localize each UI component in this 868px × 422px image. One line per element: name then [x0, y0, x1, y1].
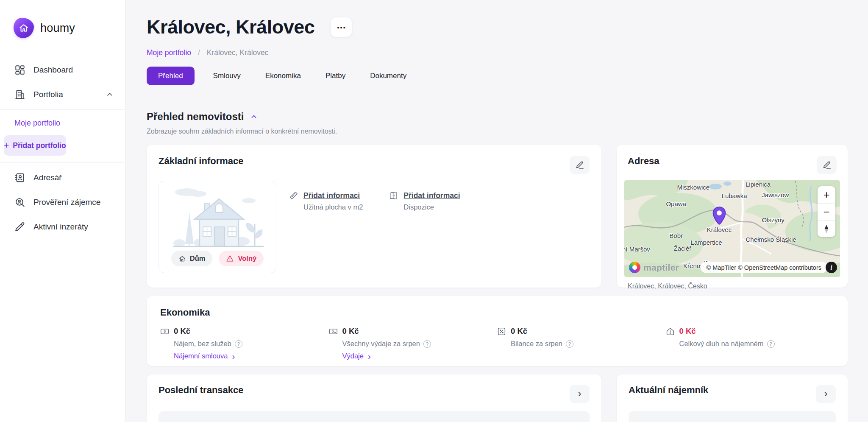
- sidebar-item-portfolia[interactable]: Portfolia: [0, 82, 125, 107]
- stat-value: 0 Kč: [174, 327, 329, 336]
- add-layout-link[interactable]: Přidat informaci: [403, 191, 460, 200]
- edit-pencil-icon: [822, 160, 832, 170]
- map-zoom-in-button[interactable]: +: [818, 186, 835, 203]
- economics-card: Ekonomika $ 0 Kč Nájem, bez služeb ? Náj…: [147, 296, 848, 366]
- breadcrumb: Moje portfolio / Královec, Královec: [147, 48, 848, 57]
- map-canvas[interactable]: Miszkowice Lipienica Jawiszów Lubawka Op…: [624, 180, 840, 277]
- app-name: houmy: [40, 22, 75, 35]
- svg-text:$: $: [331, 329, 334, 333]
- maptiler-logo[interactable]: maptiler: [629, 262, 679, 273]
- house-icon: [178, 255, 186, 263]
- sidebar-item-adresar[interactable]: Adresář: [0, 165, 125, 190]
- rent-contract-link[interactable]: Nájemní smlouva: [174, 352, 228, 360]
- sidebar-item-label: Portfolia: [33, 90, 63, 99]
- last-transactions-card: Poslední transakce ›: [147, 374, 601, 422]
- map-place-label: Lubawka: [722, 192, 747, 199]
- edit-address-button[interactable]: [817, 156, 837, 174]
- ellipsis-icon: ...: [337, 18, 346, 31]
- map-attribution[interactable]: © MapTiler © OpenStreetMap contributors: [701, 262, 827, 273]
- last-transactions-title: Poslední transakce: [159, 385, 244, 396]
- houmy-logo-icon: [14, 18, 34, 38]
- app-logo[interactable]: houmy: [0, 0, 125, 38]
- map-place-label: Bobr: [669, 232, 683, 239]
- property-photo-placeholder: Dům Volný: [159, 181, 276, 273]
- tab-platby[interactable]: Platby: [320, 67, 351, 85]
- dashboard-icon: [14, 64, 25, 75]
- breadcrumb-current: Královec, Královec: [207, 48, 269, 57]
- pencil-icon: [14, 221, 25, 232]
- stat-label: Bilance za srpen ?: [511, 340, 666, 348]
- map-place-label: Jawiszów: [762, 191, 789, 198]
- map-compass-button[interactable]: [818, 220, 835, 237]
- banknote-icon: $: [160, 327, 169, 336]
- chevron-up-icon[interactable]: [106, 90, 114, 99]
- breadcrumb-link-portfolio[interactable]: Moje portfolio: [147, 48, 191, 57]
- stat-value: 0 Kč: [342, 327, 498, 336]
- chevron-right-icon: ›: [824, 388, 828, 399]
- chevron-right-icon[interactable]: ›: [368, 352, 371, 361]
- sidebar-item-moje-portfolio[interactable]: Moje portfolio: [0, 112, 125, 133]
- add-info-area: Přidat informaci Užitná plocha v m2: [289, 191, 363, 273]
- economics-title: Ekonomika: [160, 307, 834, 318]
- stat-debt: 0 Kč Celkový dluh na nájemném ?: [666, 327, 835, 361]
- tab-smlouvy[interactable]: Smlouvy: [207, 67, 247, 85]
- stat-label: Nájem, bez služeb ?: [174, 340, 329, 348]
- map-place-label: Lampertice: [690, 238, 722, 246]
- help-icon[interactable]: ?: [235, 340, 242, 348]
- address-card: Adresa: [617, 145, 848, 288]
- door-icon: [389, 191, 398, 200]
- tenant-empty-placeholder: [629, 411, 836, 422]
- sidebar-item-aktivni-inzeraty[interactable]: Aktivní inzeráty: [0, 215, 125, 239]
- map-place-label: Miszkowice: [677, 183, 710, 190]
- chevron-right-icon[interactable]: ›: [232, 352, 235, 361]
- occupancy-status-badge: Volný: [219, 251, 264, 266]
- add-portfolio-button[interactable]: + Přidat portfolio: [4, 135, 66, 156]
- expense-banknote-icon: $: [329, 327, 338, 336]
- sidebar-item-provereni-zajemce[interactable]: Prověření zájemce: [0, 190, 125, 215]
- map-info-button[interactable]: i: [826, 262, 837, 273]
- stat-balance: 0 Kč Bilance za srpen ?: [497, 327, 666, 361]
- map-controls: + −: [818, 186, 835, 237]
- help-icon[interactable]: ?: [423, 340, 431, 348]
- warning-triangle-icon: [226, 254, 234, 263]
- section-subtitle: Zobrazuje souhrn základních informací o …: [147, 128, 848, 135]
- tab-ekonomika[interactable]: Ekonomika: [259, 67, 307, 85]
- basic-info-title: Základní informace: [159, 156, 244, 167]
- current-tenant-card: Aktuální nájemník ›: [617, 374, 848, 422]
- add-layout-area: Přidat informaci Dispozice: [389, 191, 460, 273]
- map-place-label: Chełmsko Śląskie: [746, 236, 796, 243]
- page-title: Královec, Královec: [147, 16, 314, 38]
- edit-basic-info-button[interactable]: [570, 156, 590, 174]
- divider: [0, 162, 125, 163]
- sidebar-item-dashboard[interactable]: Dashboard: [0, 58, 125, 82]
- map-place-label: rní Maršov: [624, 245, 650, 252]
- map-place-label: Královec: [707, 226, 732, 233]
- more-options-button[interactable]: ...: [331, 17, 352, 37]
- stat-value: 0 Kč: [511, 327, 666, 336]
- map-place-label: Opawa: [666, 200, 686, 207]
- svg-text:$: $: [164, 329, 166, 333]
- stat-value: 0 Kč: [679, 327, 835, 336]
- map-zoom-out-button[interactable]: −: [818, 203, 835, 220]
- sidebar-item-label: Adresář: [33, 173, 62, 182]
- person-search-icon: [14, 197, 25, 208]
- help-icon[interactable]: ?: [767, 340, 775, 348]
- map-place-label: Žacléř: [674, 244, 692, 252]
- open-transactions-button[interactable]: ›: [570, 385, 590, 403]
- add-area-link[interactable]: Přidat informaci: [303, 191, 360, 200]
- sidebar-item-label: Aktivní inzeráty: [33, 222, 88, 232]
- tab-prehled[interactable]: Přehled: [147, 67, 195, 85]
- help-icon[interactable]: ?: [566, 340, 573, 348]
- house-illustration: [165, 183, 271, 250]
- collapse-chevron-up-icon[interactable]: [250, 112, 258, 121]
- house-alert-icon: [666, 327, 675, 336]
- add-area-sublabel: Užitná plocha v m2: [303, 203, 363, 211]
- stat-label: Všechny výdaje za srpen ?: [342, 340, 498, 348]
- chevron-right-icon: ›: [578, 388, 581, 399]
- open-tenant-button[interactable]: ›: [816, 385, 836, 403]
- percent-icon: [497, 327, 506, 336]
- building-icon: [14, 89, 25, 100]
- maptiler-logo-icon: [629, 262, 640, 273]
- tab-dokumenty[interactable]: Dokumenty: [364, 67, 412, 85]
- expenses-link[interactable]: Výdaje: [342, 352, 364, 360]
